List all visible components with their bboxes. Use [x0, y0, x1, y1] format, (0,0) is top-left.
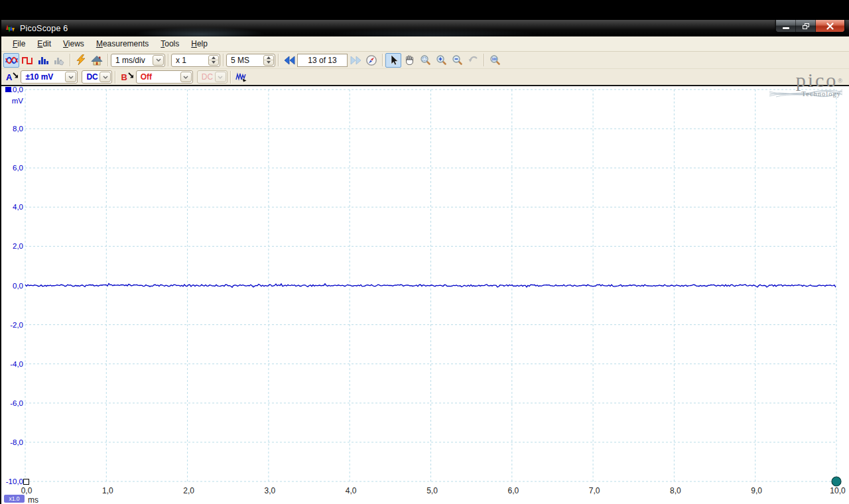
- registered-mark: ®: [838, 78, 842, 84]
- channel-a-coupling-combobox[interactable]: DC: [82, 70, 112, 84]
- gray-bars-hand-icon: [53, 55, 65, 66]
- channel-a-coupling-value: DC: [86, 72, 98, 82]
- magnifier-plus-icon: [436, 54, 447, 66]
- zoom-out-button[interactable]: [449, 53, 465, 68]
- toolbar-separator: [230, 71, 231, 84]
- channel-a-coupling-dropdown-button[interactable]: [99, 72, 111, 82]
- scope-view-button[interactable]: [3, 53, 19, 68]
- spin-down-button[interactable]: [209, 60, 218, 65]
- chevron-down-icon: [103, 76, 108, 79]
- zoom-100-button[interactable]: 100: [487, 53, 503, 68]
- persistence-view-button[interactable]: [19, 53, 35, 68]
- minimize-icon: [783, 27, 789, 29]
- timebase-combobox[interactable]: 1 ms/div: [111, 54, 165, 67]
- signal-generator-icon: [235, 72, 247, 83]
- window-titlebar[interactable]: PicoScope 6: [1, 20, 849, 36]
- picoscope-window: PicoScope 6 File Edit: [1, 20, 849, 504]
- zoom-in-button[interactable]: [433, 53, 449, 68]
- spectrum-view-button[interactable]: [35, 53, 51, 68]
- zoom-multiplier-spinner[interactable]: x 1: [171, 54, 220, 67]
- normal-selection-tool-button[interactable]: [385, 53, 401, 68]
- chevron-down-icon: [218, 76, 223, 79]
- spin-down-button[interactable]: [264, 60, 273, 65]
- trigger-marker[interactable]: [24, 479, 29, 485]
- samples-spinner[interactable]: 5 MS: [226, 54, 275, 67]
- x-axis-tick-label: 10,0: [830, 486, 846, 495]
- compass-icon: [365, 54, 377, 66]
- zoom-multiplier-value: x 1: [176, 56, 186, 65]
- restore-button[interactable]: [796, 20, 816, 32]
- hand-tool-button[interactable]: [401, 53, 417, 68]
- menu-file[interactable]: File: [7, 37, 31, 50]
- scope-plot[interactable]: 10,08,06,04,02,00,0-2,0-4,0-6,0-8,0-10,0…: [1, 86, 849, 504]
- undo-zoom-button: [465, 53, 481, 68]
- close-button[interactable]: [816, 20, 844, 32]
- pico-technology-logo: pico® Technology: [769, 72, 842, 103]
- zoom-multiplier-stepper: [208, 55, 219, 66]
- channel-b-range-value: Off: [141, 72, 152, 82]
- home-button[interactable]: [89, 53, 105, 68]
- toolbar-separator: [115, 71, 115, 84]
- toolbar-separator: [278, 54, 279, 66]
- buffer-position-value: 13 of 13: [308, 56, 336, 65]
- channel-b-coupling-dropdown-button: [215, 72, 226, 82]
- home-icon: [91, 55, 103, 66]
- channel-a-trace: [25, 284, 836, 288]
- buffer-navigator-button[interactable]: [363, 53, 379, 68]
- undo-arrow-icon: [468, 55, 479, 66]
- toolbar-separator: [223, 54, 224, 66]
- y-axis-tick-label: -10,0: [6, 477, 23, 485]
- probe-arrow-icon[interactable]: [128, 72, 135, 79]
- magnifier-100-icon: 100: [490, 54, 501, 66]
- spin-up-button[interactable]: [264, 56, 273, 61]
- channel-a-label: A: [6, 72, 19, 82]
- y-axis-unit-label: mV: [12, 97, 24, 105]
- signal-generator-button[interactable]: [233, 70, 249, 84]
- menu-measurements[interactable]: Measurements: [90, 37, 155, 50]
- x-axis-tick-label: 3,0: [265, 486, 276, 495]
- timebase-dropdown-button[interactable]: [153, 55, 164, 66]
- channel-a-axis-marker[interactable]: [5, 87, 11, 92]
- double-left-arrows-icon: [284, 56, 295, 65]
- y-axis-tick-label: 8,0: [13, 125, 23, 133]
- toolbar-separator: [107, 54, 108, 66]
- menu-edit[interactable]: Edit: [31, 37, 57, 50]
- y-axis-tick-label: 2,0: [13, 242, 23, 250]
- x-axis-tick-label: 8,0: [670, 486, 681, 495]
- channel-b-label: B: [121, 72, 134, 82]
- chevron-down-icon: [183, 76, 188, 79]
- scope-view[interactable]: 10,08,06,04,02,00,0-2,0-4,0-6,0-8,0-10,0…: [1, 86, 849, 504]
- channel-a-range-combobox[interactable]: ±10 mV: [21, 70, 78, 84]
- persistence-disabled-button: [51, 53, 67, 68]
- x-axis-tick-label: 5,0: [426, 486, 438, 495]
- magnifier-minus-icon: [452, 54, 463, 66]
- probe-arrow-icon[interactable]: [13, 72, 19, 79]
- menu-views[interactable]: Views: [57, 37, 90, 50]
- minimize-button[interactable]: [776, 20, 796, 32]
- pico-subtitle-text: Technology: [769, 90, 842, 97]
- main-toolbar: 1 ms/div x 1 5 MS: [1, 52, 849, 69]
- buffer-position-field[interactable]: 13 of 13: [297, 54, 348, 67]
- zoom-selection-tool-button[interactable]: [417, 53, 433, 68]
- samples-stepper: [263, 55, 274, 66]
- hand-icon: [404, 54, 415, 66]
- menu-tools[interactable]: Tools: [155, 37, 185, 50]
- menu-help[interactable]: Help: [185, 37, 214, 50]
- buffer-end-marker[interactable]: [832, 477, 841, 486]
- toolbar-separator: [168, 54, 168, 66]
- channel-b-coupling-combobox: DC: [197, 70, 228, 84]
- channel-b-range-dropdown-button[interactable]: [180, 72, 192, 82]
- close-icon: [826, 23, 834, 30]
- channel-b-range-combobox[interactable]: Off: [136, 70, 193, 84]
- prev-buffer-button[interactable]: [281, 53, 297, 68]
- spin-up-button[interactable]: [209, 56, 218, 61]
- next-buffer-button: [348, 53, 363, 68]
- samples-value: 5 MS: [231, 56, 249, 65]
- picoscope-app-icon: [5, 23, 16, 34]
- toolbar-separator: [484, 54, 484, 66]
- auto-setup-lightning-icon: [75, 54, 87, 66]
- toolbar-separator: [382, 54, 383, 66]
- auto-setup-button[interactable]: [73, 53, 89, 68]
- caption-button-group: [775, 20, 845, 32]
- channel-a-range-dropdown-button[interactable]: [65, 72, 76, 82]
